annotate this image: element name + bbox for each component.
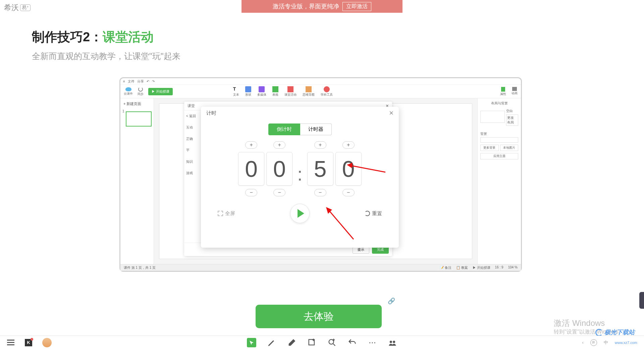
pointer-tool[interactable] — [247, 338, 256, 347]
add-tool[interactable] — [307, 338, 317, 347]
nav-prev-button[interactable]: ‹ — [582, 340, 583, 345]
start-teaching-button[interactable]: ▶ 开始授课 — [148, 88, 173, 95]
undo-tool[interactable] — [347, 338, 357, 347]
page-subtitle: 全新而直观的互动教学，让课堂"玩"起来 — [32, 51, 180, 62]
timer-close-button[interactable]: × — [389, 109, 393, 117]
redo-icon[interactable]: ↷ — [152, 80, 155, 83]
more-tool[interactable]: ⋯ — [368, 338, 377, 347]
animation-button[interactable]: 动画 — [512, 87, 518, 96]
more-bg-button[interactable]: 更多背景 — [480, 145, 499, 151]
animation-icon — [512, 87, 517, 91]
digit-1: 0 — [238, 152, 264, 186]
activate-now-button[interactable]: 立即激活 — [342, 2, 371, 11]
page-title: 制作技巧2：课堂活动 — [32, 29, 180, 46]
app-topbar: ≡ 文件 分享 ↶ ↷ — [120, 78, 521, 85]
tab-countdown[interactable]: 倒计时 — [268, 123, 300, 135]
title-highlight: 课堂活动 — [103, 30, 154, 44]
digit1-plus-button[interactable]: + — [245, 141, 257, 149]
zoom-level[interactable]: 104 % — [508, 265, 518, 270]
k-badge-button[interactable]: K — [25, 339, 32, 346]
tab-stopwatch[interactable]: 计时器 — [300, 123, 332, 135]
side-tab[interactable] — [639, 292, 644, 309]
svg-point-11 — [390, 341, 392, 343]
timer-tabs: 倒计时 计时器 — [201, 123, 399, 135]
text-tool[interactable]: T文本 — [233, 86, 239, 97]
layout-preview[interactable] — [480, 111, 505, 123]
undo-icon[interactable]: ↶ — [147, 80, 149, 83]
watermark-icon — [595, 329, 603, 336]
subject-icon — [324, 86, 330, 92]
group-tool[interactable] — [388, 338, 397, 347]
slide-thumbnail[interactable] — [126, 111, 152, 127]
subject-tool[interactable]: 学科工具 — [321, 86, 333, 97]
ime-mode[interactable]: 中 — [604, 340, 608, 346]
properties-panel: 布局与背景 空白 更改布局 背景 更多背景 本地图片 应用主题 — [477, 98, 521, 264]
app-toolbar: 云课件 同步 ▶ 开始授课 T文本 形状 多媒体 表格 课堂活动 思维导图 学科… — [120, 85, 521, 98]
bg-label: 背景 — [480, 132, 518, 136]
eraser-tool[interactable] — [287, 338, 297, 347]
slide-panel: + 新建页面 1 — [120, 98, 154, 264]
file-menu[interactable]: 文件 — [128, 79, 135, 84]
mindmap-tool[interactable]: 思维导图 — [303, 86, 315, 97]
start-teach-status[interactable]: ▶ 开始授课 — [473, 265, 490, 270]
side-correct[interactable]: 正确 — [186, 137, 202, 141]
side-game[interactable]: 游戏 — [186, 171, 202, 176]
activity-tool[interactable]: 课堂活动 — [284, 86, 297, 97]
avatar-button[interactable] — [42, 338, 52, 347]
menu-button[interactable] — [7, 339, 15, 347]
timer-display: + 0 − + 0 − : + 5 — [201, 141, 399, 196]
back-button[interactable]: < 返回 — [186, 114, 202, 118]
digit2-plus-button[interactable]: + — [273, 141, 285, 149]
timer-play-button[interactable] — [290, 204, 310, 223]
local-image-button[interactable]: 本地图片 — [500, 145, 519, 151]
fullscreen-button[interactable]: 全屏 — [218, 210, 235, 217]
properties-button[interactable]: 属性 — [500, 87, 506, 96]
side-sub: 平 — [186, 148, 202, 153]
cloud-courseware-button[interactable]: 云课件 — [124, 87, 133, 96]
activate-line1: 激活 Windows — [554, 318, 624, 329]
media-tool[interactable]: 多媒体 — [257, 86, 266, 97]
digit2-minus-button[interactable]: − — [273, 189, 285, 196]
share-menu[interactable]: 分享 — [137, 79, 144, 84]
more-layout-button[interactable]: 更改布局 — [506, 114, 518, 126]
activation-banner: 激活专业版，界面更纯净 立即激活 — [241, 0, 402, 13]
fullscreen-icon — [218, 211, 223, 216]
menu-icon[interactable]: ≡ — [123, 80, 125, 83]
side-interact[interactable]: 互动 — [186, 125, 202, 130]
digit3-minus-button[interactable]: − — [314, 189, 326, 196]
digit3-plus-button[interactable]: + — [314, 141, 326, 149]
bottom-toolbar: K ⋯ ‹ 拼 中 www.xz7.com — [0, 336, 644, 349]
play-icon — [298, 209, 304, 218]
banner-text: 激活专业版，界面更纯净 — [273, 2, 339, 10]
ime-indicator[interactable]: 拼 — [590, 339, 597, 346]
sync-icon — [138, 87, 143, 92]
digit1-minus-button[interactable]: − — [245, 189, 257, 196]
sync-button[interactable]: 同步 — [138, 87, 144, 96]
search-tool[interactable] — [327, 338, 337, 347]
side-knowledge[interactable]: 知识 — [186, 159, 202, 164]
timer-reset-button[interactable]: 重置 — [365, 210, 382, 217]
remark-button[interactable]: 📝 备注 — [440, 265, 451, 270]
table-icon — [272, 86, 278, 92]
table-tool[interactable]: 表格 — [272, 86, 278, 97]
title-prefix: 制作技巧2： — [32, 30, 103, 44]
digit-4: 0 — [335, 152, 362, 186]
new-slide-button[interactable]: + 新建页面 — [122, 100, 152, 107]
bg-color-picker[interactable] — [480, 137, 518, 143]
pen-tool[interactable] — [267, 338, 276, 347]
apply-theme-button[interactable]: 应用主题 — [480, 153, 518, 159]
status-bar: 课件 第 1 页，共 1 页 📝 备注 📋 教案 ▶ 开始授课 16 : 9 1… — [120, 264, 521, 271]
time-colon: : — [297, 153, 303, 185]
slide-number: 1 — [122, 109, 124, 113]
timer-dialog: 计时 × 倒计时 计时器 + 0 − + — [201, 107, 399, 248]
shape-icon — [245, 86, 251, 92]
properties-icon — [501, 87, 505, 92]
aspect-ratio[interactable]: 16 : 9 — [495, 265, 503, 270]
app-screenshot: ≡ 文件 分享 ↶ ↷ 云课件 同步 ▶ 开始授课 T文本 形状 多媒体 表格 … — [119, 77, 522, 272]
digit4-plus-button[interactable]: + — [342, 141, 355, 149]
shape-tool[interactable]: 形状 — [245, 86, 251, 97]
try-it-button[interactable]: 去体验 — [256, 305, 382, 328]
teach-plan-button[interactable]: 📋 教案 — [456, 265, 468, 270]
digit4-minus-button[interactable]: − — [342, 189, 355, 196]
link-icon[interactable]: 🔗 — [388, 297, 395, 305]
